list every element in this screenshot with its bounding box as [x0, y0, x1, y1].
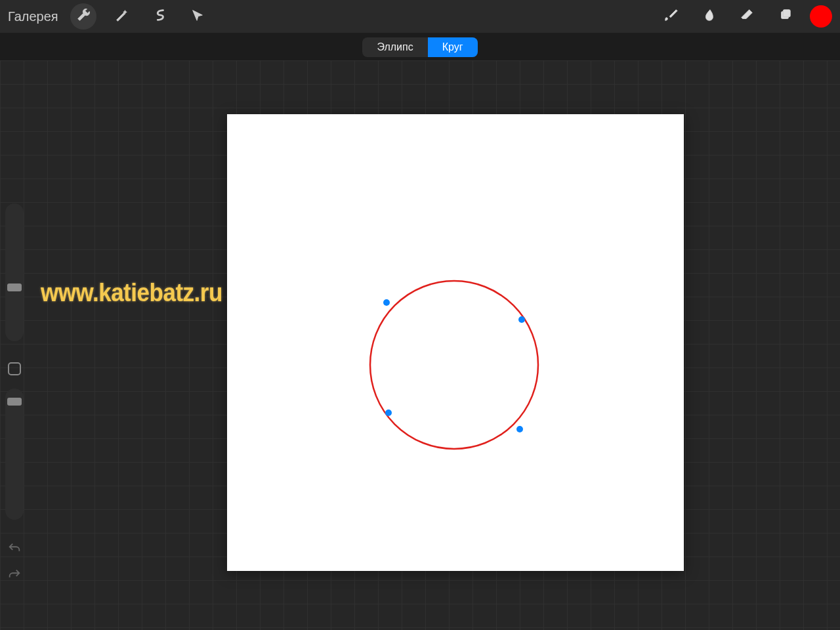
brush-icon: [663, 8, 678, 25]
smudge-icon: [702, 8, 716, 25]
shape-mode-circle[interactable]: Круг: [428, 37, 478, 57]
canvas[interactable]: [227, 114, 684, 571]
brush-button[interactable]: [658, 3, 684, 30]
shape-mode-ellipse[interactable]: Эллипс: [362, 37, 427, 57]
actions-button[interactable]: [70, 3, 96, 30]
control-handle[interactable]: [518, 316, 525, 323]
undo-button[interactable]: [5, 542, 24, 558]
brush-size-slider[interactable]: [5, 203, 24, 341]
gallery-button[interactable]: Галерея: [8, 9, 58, 24]
drawn-shape[interactable]: [227, 114, 684, 571]
control-handle[interactable]: [383, 299, 390, 306]
top-toolbar: Галерея: [0, 0, 840, 33]
smudge-button[interactable]: [696, 3, 722, 30]
control-handle[interactable]: [516, 426, 523, 432]
svg-rect-1: [783, 10, 790, 17]
eraser-icon: [740, 8, 754, 25]
slider-handle[interactable]: [7, 284, 22, 291]
adjustments-button[interactable]: [108, 3, 135, 30]
s-shape-icon: [152, 8, 167, 25]
eraser-button[interactable]: [734, 3, 760, 30]
modifier-button[interactable]: [8, 362, 21, 375]
cursor-icon: [190, 8, 205, 25]
undo-icon: [7, 541, 22, 558]
side-slider-panel: [3, 203, 26, 584]
transform-button[interactable]: [184, 3, 211, 30]
redo-button[interactable]: [5, 568, 24, 584]
control-handle[interactable]: [385, 410, 392, 416]
workspace[interactable]: [0, 60, 840, 630]
slider-handle[interactable]: [7, 398, 22, 406]
svg-point-2: [370, 281, 538, 449]
color-swatch[interactable]: [810, 5, 832, 28]
shape-mode-bar: Эллипс Круг: [0, 37, 840, 58]
selection-button[interactable]: [146, 3, 173, 30]
layers-button[interactable]: [772, 3, 798, 30]
watermark-text: www.katiebatz.ru: [41, 279, 222, 307]
brush-opacity-slider[interactable]: [5, 388, 24, 520]
wand-icon: [114, 8, 129, 25]
wrench-icon: [76, 8, 91, 25]
redo-icon: [7, 568, 22, 585]
layers-icon: [778, 8, 792, 25]
